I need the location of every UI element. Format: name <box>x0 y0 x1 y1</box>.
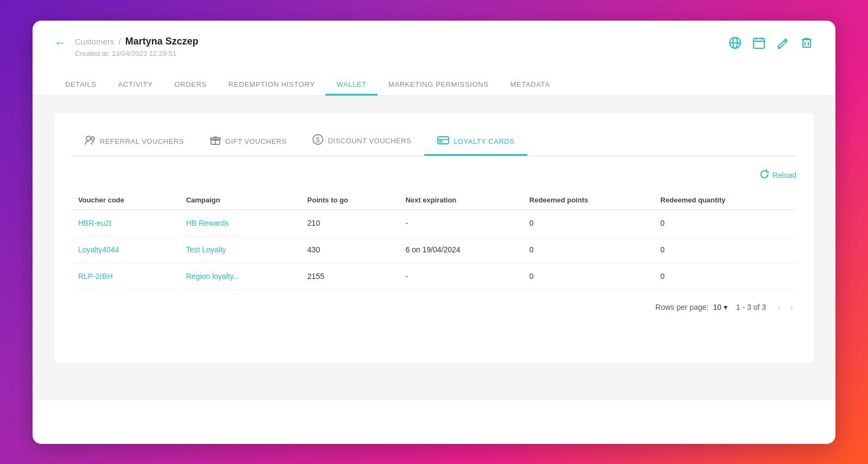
cell-campaign[interactable]: HB Rewards <box>180 209 301 236</box>
gift-vouchers-icon <box>210 135 221 148</box>
cell-campaign[interactable]: Region loyalty... <box>180 263 301 289</box>
wallet-card: REFERRAL VOUCHERS GIFT VOUCHERS <box>54 113 814 363</box>
reload-label: Reload <box>773 171 796 180</box>
col-next-expiration: Next expiration <box>399 190 522 210</box>
col-points-to-go: Points to go <box>301 190 399 210</box>
header-left: ← Customers / Martyna Szczep Created at:… <box>54 36 199 58</box>
table-row: Loyalty4044Test Loyalty4306 on 19/04/202… <box>72 236 796 263</box>
wallet-tab-loyalty-cards[interactable]: LOYALTY CARDS <box>424 130 527 156</box>
cell-next-expiration: - <box>399 209 522 236</box>
tab-wallet[interactable]: WALLET <box>326 75 377 96</box>
tab-activity[interactable]: ACTIVITY <box>107 75 164 96</box>
loyalty-cards-label: LOYALTY CARDS <box>454 137 514 145</box>
reload-button[interactable]: Reload <box>760 169 796 182</box>
cell-redeemed-quantity: 0 <box>654 236 796 263</box>
cell-points-to-go: 430 <box>301 236 399 263</box>
breadcrumb-separator: / <box>119 37 121 46</box>
cell-redeemed-quantity: 0 <box>654 263 796 289</box>
cell-voucher-code[interactable]: RLP-2rBH <box>72 263 180 289</box>
wallet-tab-discount-vouchers[interactable]: $ DISCOUNT VOUCHERS <box>299 129 424 156</box>
cell-points-to-go: 210 <box>301 209 399 236</box>
col-redeemed-points: Redeemed points <box>523 190 654 210</box>
table-row: RLP-2rBHRegion loyalty...2155-00 <box>72 263 796 289</box>
page-info: 1 - 3 of 3 <box>736 303 766 312</box>
wallet-tab-gift-vouchers[interactable]: GIFT VOUCHERS <box>197 130 299 156</box>
svg-rect-8 <box>803 40 810 47</box>
delete-icon-button[interactable] <box>800 36 814 53</box>
rows-per-page-dropdown-icon: ▾ <box>724 303 727 312</box>
cell-redeemed-quantity: 0 <box>654 209 796 236</box>
rows-per-page-value: 10 <box>713 303 722 312</box>
breadcrumb: Customers / Martyna Szczep Created at: 1… <box>75 36 199 58</box>
edit-icon-button[interactable] <box>776 36 790 53</box>
reload-icon <box>760 169 769 182</box>
cell-campaign[interactable]: Test Loyalty <box>180 236 301 263</box>
breadcrumb-parent: Customers <box>75 37 114 46</box>
cell-redeemed-points: 0 <box>523 209 654 236</box>
main-tabs: DETAILS ACTIVITY ORDERS REDEMPTION HISTO… <box>33 62 835 96</box>
discount-vouchers-icon: $ <box>312 134 323 148</box>
col-redeemed-quantity: Redeemed quantity <box>654 190 796 210</box>
prev-page-button[interactable]: ‹ <box>775 301 784 314</box>
discount-vouchers-label: DISCOUNT VOUCHERS <box>328 137 411 145</box>
wallet-tabs: REFERRAL VOUCHERS GIFT VOUCHERS <box>72 129 796 156</box>
svg-point-11 <box>86 136 91 141</box>
page-header: ← Customers / Martyna Szczep Created at:… <box>33 21 835 58</box>
cell-redeemed-points: 0 <box>523 263 654 289</box>
tab-redemption-history[interactable]: REDEMPTION HISTORY <box>218 75 326 96</box>
loyalty-cards-icon <box>437 135 449 148</box>
table-header-row: Voucher code Campaign Points to go Next … <box>72 190 796 210</box>
rows-per-page-control: Rows per page: 10 ▾ <box>655 303 727 312</box>
pagination-row: Rows per page: 10 ▾ 1 - 3 of 3 ‹ › <box>72 290 796 314</box>
reload-row: Reload <box>72 169 796 182</box>
svg-rect-3 <box>754 39 764 48</box>
gift-vouchers-label: GIFT VOUCHERS <box>225 137 286 145</box>
col-voucher-code: Voucher code <box>72 190 180 210</box>
tab-metadata[interactable]: METADATA <box>500 75 561 96</box>
back-button[interactable]: ← <box>54 37 66 49</box>
next-page-button[interactable]: › <box>787 301 796 314</box>
rows-per-page-select[interactable]: 10 ▾ <box>713 303 727 312</box>
referral-vouchers-icon <box>85 135 95 148</box>
cell-points-to-go: 2155 <box>301 263 399 289</box>
wallet-tab-referral-vouchers[interactable]: REFERRAL VOUCHERS <box>72 130 197 156</box>
cell-next-expiration: - <box>399 263 522 289</box>
svg-rect-20 <box>439 141 442 142</box>
cell-redeemed-points: 0 <box>523 236 654 263</box>
breadcrumb-meta: Created at: 13/04/2023 12:29:51 <box>75 49 199 58</box>
referral-vouchers-label: REFERRAL VOUCHERS <box>100 137 184 145</box>
breadcrumb-current: Martyna Szczep <box>125 36 199 47</box>
tab-marketing-permissions[interactable]: MARKETING PERMISSIONS <box>378 75 500 96</box>
tab-orders[interactable]: ORDERS <box>164 75 218 96</box>
calendar-icon-button[interactable] <box>752 36 766 53</box>
table-row: HBR-eu2tHB Rewards210-00 <box>72 209 796 236</box>
svg-text:$: $ <box>316 136 320 144</box>
breadcrumb-nav: Customers / Martyna Szczep <box>75 36 199 47</box>
svg-point-12 <box>91 137 94 140</box>
globe-icon-button[interactable] <box>728 36 742 53</box>
cell-voucher-code[interactable]: Loyalty4044 <box>72 236 180 263</box>
rows-per-page-label: Rows per page: <box>655 303 709 312</box>
cell-next-expiration: 6 on 19/04/2024 <box>399 236 522 263</box>
header-actions <box>728 36 814 53</box>
content-area: REFERRAL VOUCHERS GIFT VOUCHERS <box>33 96 835 400</box>
loyalty-cards-table: Voucher code Campaign Points to go Next … <box>72 190 796 290</box>
cell-voucher-code[interactable]: HBR-eu2t <box>72 209 180 236</box>
tab-details[interactable]: DETAILS <box>54 75 107 96</box>
col-campaign: Campaign <box>180 190 301 210</box>
page-navigation: ‹ › <box>775 301 796 314</box>
main-card: ← Customers / Martyna Szczep Created at:… <box>33 21 835 444</box>
